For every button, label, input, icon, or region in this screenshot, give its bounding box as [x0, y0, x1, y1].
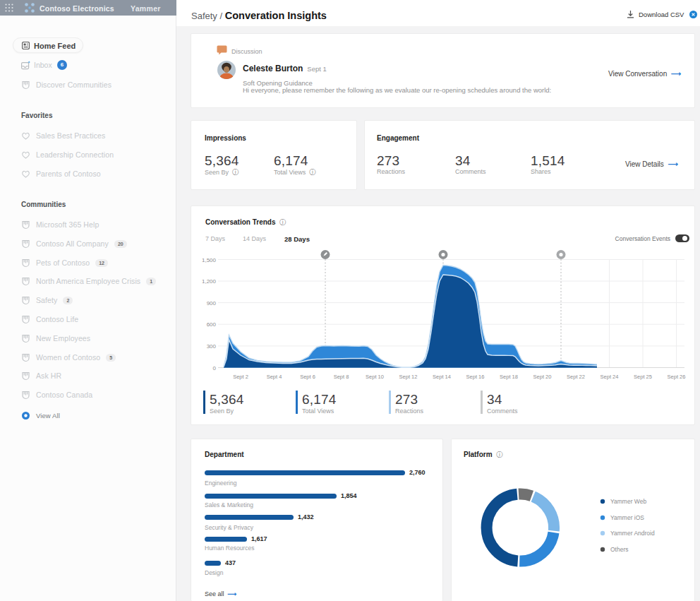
svg-text:Sept 6: Sept 6: [300, 374, 315, 380]
svg-text:900: 900: [207, 300, 217, 307]
svg-text:Yammer Web: Yammer Web: [610, 498, 646, 505]
svg-text:Yammer iOS: Yammer iOS: [610, 514, 644, 521]
svg-text:Sept 14: Sept 14: [433, 374, 451, 380]
svg-text:Yammer Android: Yammer Android: [610, 530, 655, 537]
svg-text:1,200: 1,200: [202, 278, 217, 285]
svg-text:0: 0: [213, 365, 217, 371]
svg-text:Sept 8: Sept 8: [334, 374, 349, 380]
svg-text:Sept 16: Sept 16: [466, 374, 485, 380]
svg-text:600: 600: [207, 321, 217, 328]
svg-text:Sept 4: Sept 4: [267, 374, 282, 380]
svg-text:Sept 26: Sept 26: [668, 374, 686, 380]
svg-text:Sept 24: Sept 24: [601, 374, 619, 380]
svg-text:Sept 20: Sept 20: [533, 374, 552, 380]
svg-text:Others: Others: [610, 546, 629, 553]
svg-text:Sept 18: Sept 18: [500, 374, 518, 380]
svg-text:Sept 12: Sept 12: [399, 374, 418, 380]
svg-text:300: 300: [207, 343, 217, 350]
svg-text:Sept 2: Sept 2: [233, 374, 248, 380]
svg-text:1,500: 1,500: [202, 257, 217, 263]
svg-text:Sept 22: Sept 22: [567, 374, 585, 380]
svg-text:Sept 25: Sept 25: [634, 374, 652, 380]
svg-text:Sept 10: Sept 10: [366, 374, 384, 380]
